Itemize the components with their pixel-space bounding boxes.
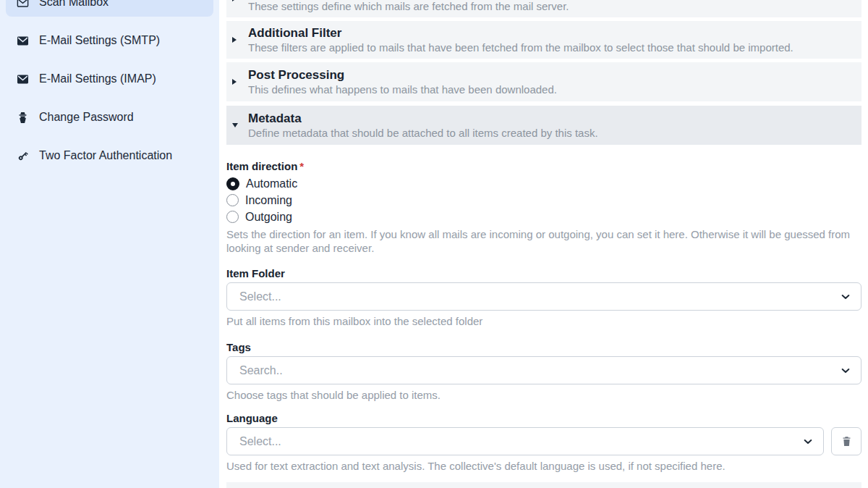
section-description: These settings define which mails are fe… bbox=[248, 0, 569, 14]
radio-unselected-icon bbox=[226, 194, 239, 206]
clear-language-button[interactable] bbox=[831, 427, 861, 455]
item-folder-placeholder: Select... bbox=[239, 290, 281, 303]
caret-right-icon bbox=[226, 0, 248, 1]
section-description: This defines what happens to mails that … bbox=[248, 83, 557, 97]
language-placeholder: Select... bbox=[239, 435, 281, 448]
mail-scan-icon bbox=[16, 0, 30, 9]
radio-option-automatic[interactable]: Automatic bbox=[226, 175, 861, 192]
tags-select[interactable]: Search.. bbox=[226, 356, 861, 384]
language-label: Language bbox=[226, 412, 861, 425]
sidebar-item-label: E-Mail Settings (SMTP) bbox=[39, 34, 160, 47]
chevron-down-icon bbox=[802, 436, 814, 447]
item-direction-label-text: Item direction bbox=[226, 160, 297, 172]
item-folder-select[interactable]: Select... bbox=[226, 282, 861, 311]
key-icon bbox=[16, 149, 30, 163]
radio-label: Automatic bbox=[246, 177, 297, 190]
section-header-additional-filter[interactable]: Additional Filter These filters are appl… bbox=[226, 21, 861, 59]
sidebar-item-change-password[interactable]: Change Password bbox=[6, 103, 213, 132]
section-description: These filters are applied to mails that … bbox=[248, 41, 793, 55]
radio-option-outgoing[interactable]: Outgoing bbox=[226, 209, 861, 225]
item-direction-radio-group: Automatic Incoming Outgoing bbox=[226, 175, 861, 225]
scan-mailbox-form: These settings define which mails are fe… bbox=[226, 0, 861, 488]
section-title: Post Processing bbox=[248, 67, 557, 83]
sidebar-item-label: E-Mail Settings (IMAP) bbox=[39, 72, 156, 85]
language-select[interactable]: Select... bbox=[226, 427, 824, 455]
caret-down-icon bbox=[226, 123, 248, 127]
sidebar-item-scan-mailbox[interactable]: Scan Mailbox bbox=[6, 0, 213, 17]
section-header-metadata[interactable]: Metadata Define metadata that should be … bbox=[226, 106, 861, 145]
item-direction-label: Item direction* bbox=[226, 160, 861, 173]
sidebar-item-email-settings-imap[interactable]: E-Mail Settings (IMAP) bbox=[6, 64, 213, 93]
radio-label: Outgoing bbox=[245, 211, 292, 224]
envelope-icon bbox=[16, 72, 30, 86]
section-header-post-processing[interactable]: Post Processing This defines what happen… bbox=[226, 62, 861, 101]
radio-unselected-icon bbox=[226, 211, 239, 223]
trash-icon bbox=[841, 435, 853, 447]
caret-right-icon bbox=[226, 79, 248, 85]
settings-sidebar: Scan Mailbox E-Mail Settings (SMTP) E-Ma… bbox=[0, 0, 219, 488]
chevron-down-icon bbox=[840, 365, 851, 376]
sidebar-item-label: Scan Mailbox bbox=[39, 0, 109, 9]
section-title: Metadata bbox=[248, 111, 598, 126]
chevron-down-icon bbox=[840, 291, 851, 303]
sidebar-item-label: Two Factor Authentication bbox=[39, 149, 172, 162]
language-help: Used for text extraction and text analys… bbox=[226, 459, 861, 473]
sidebar-item-email-settings-smtp[interactable]: E-Mail Settings (SMTP) bbox=[6, 26, 213, 55]
tags-help: Choose tags that should be applied to it… bbox=[226, 388, 861, 402]
item-folder-label: Item Folder bbox=[226, 267, 861, 280]
sidebar-item-label: Change Password bbox=[39, 111, 134, 124]
section-header-partial[interactable] bbox=[226, 482, 861, 488]
tags-label: Tags bbox=[226, 341, 861, 354]
radio-selected-icon bbox=[226, 177, 239, 190]
caret-right-icon bbox=[226, 37, 248, 43]
radio-option-incoming[interactable]: Incoming bbox=[226, 192, 861, 209]
section-description: Define metadata that should be attached … bbox=[248, 126, 598, 140]
item-folder-help: Put all items from this mailbox into the… bbox=[226, 314, 861, 328]
section-header-fetch[interactable]: These settings define which mails are fe… bbox=[226, 0, 861, 17]
language-field-row: Select... bbox=[226, 427, 861, 455]
sidebar-item-two-factor-auth[interactable]: Two Factor Authentication bbox=[6, 141, 213, 170]
radio-label: Incoming bbox=[245, 194, 292, 207]
required-asterisk: * bbox=[299, 160, 304, 172]
tags-placeholder: Search.. bbox=[239, 364, 283, 377]
section-title: Additional Filter bbox=[248, 25, 793, 41]
user-secret-icon bbox=[16, 111, 30, 125]
envelope-icon bbox=[16, 34, 30, 48]
sidebar-nav: Scan Mailbox E-Mail Settings (SMTP) E-Ma… bbox=[0, 0, 219, 170]
item-direction-help: Sets the direction for an item. If you k… bbox=[226, 227, 860, 255]
